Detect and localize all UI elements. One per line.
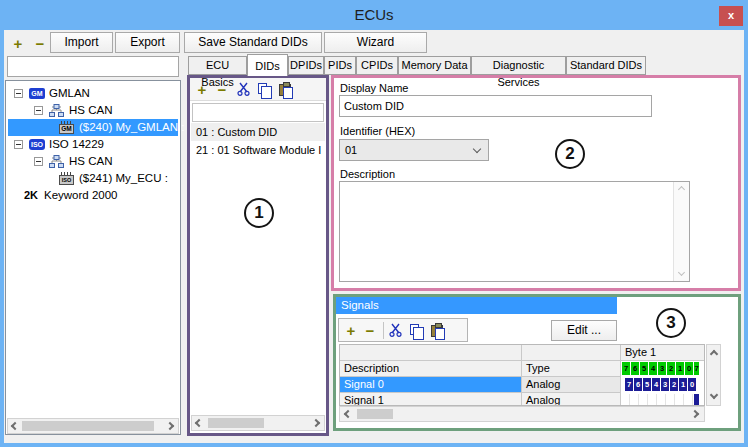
scroll-right-icon[interactable] [312,419,320,427]
bit-cell: 4 [652,378,660,391]
tab-cpids[interactable]: CPIDs [356,56,398,75]
tree-item-label: HS CAN [69,153,112,170]
remove-signal-button[interactable]: − [362,323,378,338]
signals-header-bar[interactable]: Signals [336,297,617,314]
bit-header-cell: 6 [631,362,639,375]
minus-icon: − [366,322,375,339]
tree-item-label: Keyword 2000 [44,187,118,204]
add-signal-button[interactable]: + [343,323,359,338]
edit-signal-button[interactable]: Edit ... [551,320,617,341]
save-standard-dids-button[interactable]: Save Standard DIDs [184,32,322,53]
description-textarea[interactable] [339,181,690,282]
import-button[interactable]: Import [50,32,113,53]
description-scrollbar[interactable] [673,182,689,281]
signals-toolbar: + − [338,318,468,342]
scroll-left-icon[interactable] [11,422,19,430]
bit-cell: 3 [661,378,669,391]
group-header-empty [340,345,522,361]
scroll-left-icon[interactable] [344,410,352,418]
bit-header-cell: 0 [685,362,693,375]
scroll-down-icon[interactable] [710,391,718,399]
bit-header-cell: 1 [676,362,684,375]
table-row-signal0-type[interactable]: Analog [522,377,621,393]
did-list-edit-box[interactable] [192,103,324,122]
signal1-bit-row[interactable] [622,393,705,406]
cut-icon[interactable] [237,82,250,100]
ecu-tree[interactable]: GM GMLAN HS CAN GM ($240) My_GMLAN : ISO… [5,80,181,435]
tab-pids[interactable]: PIDs [324,56,356,75]
scroll-left-icon[interactable] [195,419,203,427]
display-name-input[interactable] [339,95,652,117]
tab-diagnostic-services[interactable]: Diagnostic Services [471,56,566,75]
byte-group-header: Byte 1 [621,345,705,361]
title-bar[interactable]: ECUs x [0,0,748,30]
signals-table[interactable]: Byte 1 Description Type 7 6 5 4 3 2 1 0 … [339,344,705,406]
tab-standard-dids[interactable]: Standard DIDs [566,56,646,75]
table-row-signal1-type[interactable]: Analog [522,393,621,406]
tree-item-gmlan[interactable]: GM GMLAN [6,85,180,102]
tab-memory-data[interactable]: Memory Data [398,56,471,75]
identifier-dropdown[interactable]: 01 [339,139,489,161]
tree-item-my-ecu[interactable]: ISO ($241) My_ECU : [6,170,180,187]
paste-icon[interactable] [431,325,443,337]
gm-protocol-icon: GM [29,88,45,99]
bit-header-cell: 4 [649,362,657,375]
collapse-icon[interactable] [14,89,23,98]
column-header-description[interactable]: Description [340,361,522,377]
tab-dpids[interactable]: DPIDs [288,56,324,75]
wizard-button[interactable]: Wizard [324,32,427,53]
scrollbar-thumb[interactable] [357,409,393,419]
tree-item-label: ($241) My_ECU : [79,170,168,187]
close-button[interactable]: x [719,6,743,26]
bit-cell [640,394,648,406]
bit-cell: 2 [670,378,678,391]
ecu-filter-input[interactable] [7,56,179,77]
tree-item-label: ISO 14229 [49,136,104,153]
scrollbar-thumb[interactable] [208,418,264,428]
close-icon: x [728,9,734,21]
column-header-type[interactable]: Type [522,361,621,377]
tree-item-keyword-2000[interactable]: 2K Keyword 2000 [6,187,180,204]
iso-protocol-icon: ISO [29,139,45,150]
tree-horizontal-scrollbar[interactable] [7,418,179,434]
scrollbar-thumb[interactable] [22,421,154,431]
cut-icon[interactable] [389,323,402,341]
paste-icon[interactable] [279,84,291,96]
add-ecu-button[interactable]: + [10,36,26,51]
collapse-icon[interactable] [14,140,23,149]
collapse-icon[interactable] [34,157,43,166]
export-button[interactable]: Export [115,32,180,53]
list-item-software-module[interactable]: 21 : 01 Software Module I [191,141,325,159]
tab-ecu-basics[interactable]: ECU Basics [188,56,247,75]
remove-ecu-button[interactable]: − [32,36,48,51]
table-row-signal0-description[interactable]: Signal 0 [340,377,522,393]
tree-item-iso-14229[interactable]: ISO ISO 14229 [6,136,180,153]
annotation-circle-3: 3 [656,308,686,338]
description-label: Description [340,168,395,180]
bit-header-cell: 5 [640,362,648,375]
tree-item-hs-can-2[interactable]: HS CAN [6,153,180,170]
tree-item-my-gmlan[interactable]: GM ($240) My_GMLAN : [6,119,180,136]
scroll-right-icon[interactable] [691,410,699,418]
signal0-bit-row[interactable]: 7 6 5 4 3 2 1 0 [625,377,705,393]
signals-vertical-scrollbar[interactable] [706,344,721,406]
keyword-2k-icon: 2K [24,187,38,204]
tab-dids[interactable]: DIDs [247,54,288,76]
did-list-horizontal-scrollbar[interactable] [191,415,325,431]
scroll-right-icon[interactable] [166,422,174,430]
scroll-up-icon[interactable] [710,350,718,358]
collapse-icon[interactable] [34,106,43,115]
signals-horizontal-scrollbar[interactable] [339,406,705,422]
copy-icon[interactable] [410,324,419,335]
plus-icon: + [347,322,356,339]
toolbar-separator [383,322,384,339]
tree-item-hs-can-1[interactable]: HS CAN [6,102,180,119]
list-item-custom-did[interactable]: 01 : Custom DID [191,123,325,141]
bit-cell [649,394,657,406]
table-row-signal1-description[interactable]: Signal 1 [340,393,522,406]
bit-cell [622,394,630,406]
bit-cell: 1 [679,378,687,391]
scroll-down-icon[interactable] [678,269,685,276]
copy-icon[interactable] [258,83,267,94]
scroll-up-icon[interactable] [678,186,685,193]
